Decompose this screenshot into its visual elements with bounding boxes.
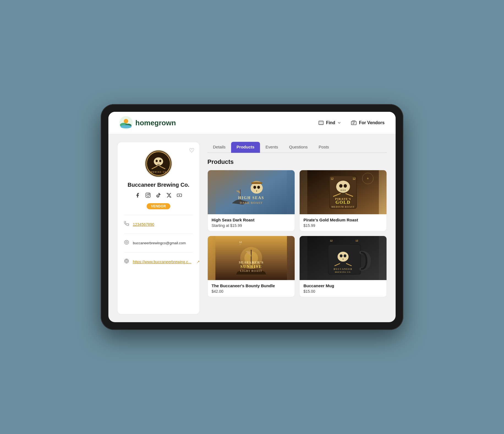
divider-1 [124, 215, 193, 215]
find-label: Find [326, 120, 335, 125]
products-title: Products [207, 158, 387, 166]
tab-products[interactable]: Products [231, 142, 260, 153]
tiktok-icon[interactable] [156, 192, 161, 199]
products-section: Products [207, 158, 387, 314]
phone-icon [124, 221, 129, 227]
svg-text:HIGH SEAS: HIGH SEAS [238, 196, 264, 200]
product-name-4: Buccaneer Mug [303, 283, 383, 288]
external-link-icon: ↗ [197, 260, 200, 264]
vendors-icon [351, 120, 357, 125]
phone-contact: 1234567890 [124, 218, 193, 230]
phone-number[interactable]: 1234567890 [133, 222, 154, 227]
find-icon [318, 120, 324, 126]
svg-point-26 [126, 242, 127, 243]
svg-rect-30 [215, 170, 287, 214]
svg-text:LIGHT ROAST: LIGHT ROAST [240, 269, 262, 272]
product-image-2: PIRATE'S GOLD MEDIUM ROAST 12 12 [300, 170, 387, 214]
svg-text:oz: oz [239, 243, 241, 245]
vendors-label: For Vendors [359, 120, 385, 125]
product-price-4: $15.00 [303, 289, 383, 294]
svg-text:BREWING CO.: BREWING CO. [335, 271, 351, 273]
main-content: ♡ [108, 134, 396, 322]
right-panel: Details Products Events Questions Posts … [207, 142, 387, 314]
svg-point-4 [120, 125, 132, 128]
tab-events[interactable]: Events [260, 142, 284, 153]
svg-rect-21 [146, 193, 150, 198]
vendor-badge: VENDOR [147, 203, 170, 209]
svg-point-70 [340, 254, 343, 257]
product-info-2: Pirate's Gold Medium Roast $15.99 [300, 214, 387, 231]
product-2-svg: PIRATE'S GOLD MEDIUM ROAST 12 12 [300, 170, 387, 214]
product-card-bounty-bundle[interactable]: 12 oz SEAFARER'S SUNRISE LIGHT ROAST The… [207, 236, 295, 297]
product-price-3: $42.00 [212, 289, 291, 294]
nav-bar: homegrown Find [108, 112, 396, 134]
svg-rect-6 [351, 121, 356, 125]
svg-point-13 [159, 160, 161, 162]
svg-text:SUNRISE: SUNRISE [240, 264, 262, 269]
twitter-x-icon[interactable] [166, 192, 172, 199]
email-contact: buccaneerbrewingco@gmail.com [124, 237, 193, 249]
globe-icon [124, 259, 129, 265]
product-4-svg: BUCCANEER BREWING CO. 12 12 [300, 236, 387, 280]
vendor-card: ♡ [117, 142, 200, 314]
product-info-3: The Buccaneer's Bounty Bundle $42.00 [208, 280, 295, 297]
svg-text:SEAFARER'S: SEAFARER'S [239, 260, 264, 264]
product-name-1: High Seas Dark Roast [212, 218, 291, 222]
product-info-4: Buccaneer Mug $15.00 [300, 280, 387, 297]
product-price-2: $15.99 [303, 223, 383, 228]
product-name-2: Pirate's Gold Medium Roast [303, 218, 383, 222]
product-name-3: The Buccaneer's Bounty Bundle [212, 283, 291, 288]
nav-links: Find For Vendors [318, 120, 385, 126]
svg-point-1 [124, 119, 128, 123]
svg-text:12: 12 [239, 241, 242, 243]
tab-details[interactable]: Details [207, 142, 231, 153]
find-nav-link[interactable]: Find [318, 120, 341, 126]
svg-text:12: 12 [355, 239, 358, 242]
svg-point-22 [147, 194, 149, 196]
product-card-pirates-gold[interactable]: PIRATE'S GOLD MEDIUM ROAST 12 12 Pirate'… [299, 170, 387, 231]
svg-text:BUCCANEER: BUCCANEER [334, 268, 353, 270]
facebook-icon[interactable] [135, 192, 140, 199]
vendor-logo-svg: BREWING CO. [146, 150, 171, 177]
svg-point-46 [344, 184, 347, 188]
tab-questions[interactable]: Questions [284, 142, 313, 153]
svg-point-12 [156, 160, 158, 162]
divider-2 [124, 234, 193, 234]
brand-name: homegrown [135, 119, 176, 127]
svg-text:12: 12 [352, 177, 356, 180]
vendors-nav-link[interactable]: For Vendors [351, 120, 385, 125]
youtube-icon[interactable] [177, 192, 182, 199]
nav-logo: homegrown [119, 116, 176, 129]
svg-text:BREWING CO.: BREWING CO. [149, 171, 168, 173]
email-icon [124, 240, 129, 246]
tablet-frame: homegrown Find [101, 104, 403, 330]
svg-point-41 [367, 178, 369, 179]
product-3-svg: 12 oz SEAFARER'S SUNRISE LIGHT ROAST [208, 236, 295, 280]
product-price-1: Starting at $15.99 [212, 223, 291, 228]
favorite-button[interactable]: ♡ [189, 147, 195, 154]
website-url[interactable]: https://www.buccaneerbrewing.c... [133, 260, 191, 264]
svg-point-32 [251, 183, 263, 194]
svg-point-23 [149, 194, 150, 194]
product-card-mug[interactable]: BUCCANEER BREWING CO. 12 12 Buccaneer Mu… [299, 236, 387, 297]
svg-rect-36 [251, 182, 262, 184]
products-grid: HIGH SEAS DARK ROAST High Seas Dark Roas… [207, 170, 387, 297]
svg-point-71 [344, 254, 346, 257]
svg-point-27 [125, 240, 129, 245]
svg-text:GOLD: GOLD [335, 200, 350, 205]
product-image-3: 12 oz SEAFARER'S SUNRISE LIGHT ROAST [208, 236, 295, 280]
svg-point-34 [257, 186, 260, 189]
social-icons [124, 192, 193, 199]
email-address: buccaneerbrewingco@gmail.com [133, 241, 186, 245]
svg-text:12: 12 [330, 177, 334, 180]
svg-point-45 [339, 184, 343, 188]
instagram-icon[interactable] [145, 192, 151, 199]
product-image-4: BUCCANEER BREWING CO. 12 12 [300, 236, 387, 280]
product-1-svg: HIGH SEAS DARK ROAST [208, 170, 295, 214]
svg-point-33 [253, 186, 256, 189]
tablet-screen: homegrown Find [108, 112, 396, 322]
svg-text:12: 12 [330, 239, 333, 242]
tab-posts[interactable]: Posts [313, 142, 335, 153]
product-image-1: HIGH SEAS DARK ROAST [208, 170, 295, 214]
product-card-high-seas[interactable]: HIGH SEAS DARK ROAST High Seas Dark Roas… [207, 170, 295, 231]
